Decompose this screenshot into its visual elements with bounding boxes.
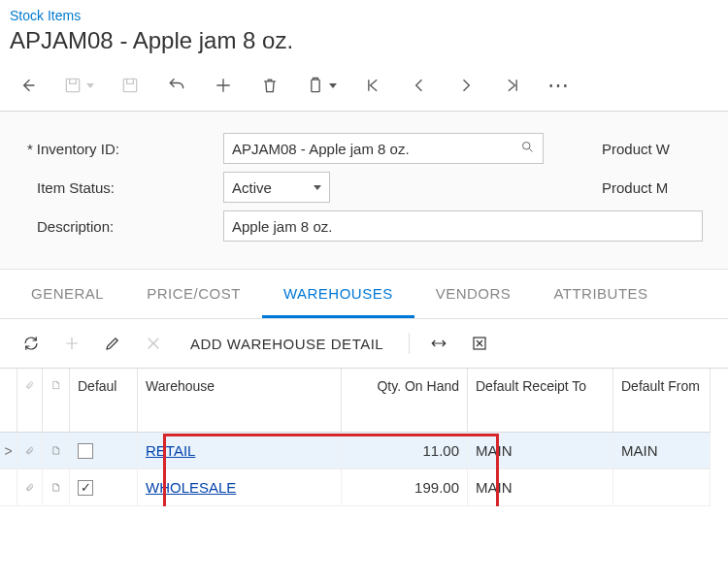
item-status-select[interactable]: Active: [223, 172, 330, 203]
save-close-button: [50, 70, 107, 101]
issue-from-cell: MAIN: [613, 433, 711, 469]
fit-columns-button[interactable]: [421, 329, 456, 358]
col-warehouse[interactable]: Warehouse: [138, 369, 342, 433]
svg-rect-5: [8, 385, 9, 386]
search-icon[interactable]: [520, 140, 535, 157]
issue-from-cell: [613, 469, 711, 506]
item-status-value: Active: [232, 179, 272, 196]
svg-rect-2: [312, 80, 319, 92]
export-excel-button[interactable]: [462, 329, 497, 358]
product-m-label: Product M: [544, 179, 668, 196]
col-default[interactable]: Defaul: [70, 369, 138, 433]
attachment-icon[interactable]: [17, 469, 43, 506]
svg-rect-1: [123, 79, 136, 91]
warehouse-grid: Defaul Warehouse Qty. On Hand Default Re…: [0, 368, 728, 506]
chevron-down-icon: [314, 185, 321, 190]
row-indicator: >: [0, 433, 17, 469]
page-title: APJAM08 - Apple jam 8 oz.: [10, 25, 718, 64]
nav-last-button[interactable]: [489, 70, 536, 101]
receipt-to-cell: MAIN: [468, 433, 613, 469]
qty-cell: 11.00: [342, 433, 468, 469]
grid-header-row: Defaul Warehouse Qty. On Hand Default Re…: [0, 369, 728, 433]
save-button: [107, 70, 153, 101]
attachment-icon[interactable]: [17, 433, 43, 469]
separator: [409, 333, 410, 354]
tab-warehouses[interactable]: WAREHOUSES: [262, 270, 414, 318]
grid-add-button: [54, 329, 89, 358]
col-default-issue-from[interactable]: Default From: [613, 369, 711, 433]
svg-rect-0: [66, 79, 79, 91]
note-icon[interactable]: [43, 469, 70, 506]
undo-button[interactable]: [153, 70, 200, 101]
grid-refresh-button[interactable]: [14, 329, 49, 358]
row-indicator: [0, 469, 17, 506]
back-button[interactable]: [4, 70, 50, 101]
svg-point-3: [523, 143, 531, 150]
warehouse-link[interactable]: RETAIL: [146, 442, 195, 459]
tab-bar: GENERAL PRICE/COST WAREHOUSES VENDORS AT…: [0, 270, 728, 319]
item-status-label: Item Status:: [0, 179, 223, 196]
col-default-receipt-to[interactable]: Default Receipt To: [468, 369, 613, 433]
inventory-id-label: *Inventory ID:: [0, 141, 223, 157]
more-actions-button[interactable]: ⋯: [536, 70, 582, 101]
description-label: Description:: [0, 218, 223, 235]
main-toolbar: ⋯: [0, 64, 728, 112]
grid-toolbar: ADD WAREHOUSE DETAIL: [0, 319, 728, 368]
nav-prev-button[interactable]: [396, 70, 443, 101]
form-panel: *Inventory ID: APJAM08 - Apple jam 8 oz.…: [0, 112, 728, 270]
tab-attributes[interactable]: ATTRIBUTES: [532, 270, 669, 318]
col-qty-on-hand[interactable]: Qty. On Hand: [342, 369, 468, 433]
col-save-icon: [0, 369, 17, 433]
tab-price-cost[interactable]: PRICE/COST: [125, 270, 262, 318]
table-row[interactable]: WHOLESALE 199.00 MAIN: [0, 469, 728, 506]
nav-first-button[interactable]: [349, 70, 396, 101]
grid-delete-button: [136, 329, 171, 358]
col-notes: [43, 369, 70, 433]
note-icon[interactable]: [43, 433, 70, 469]
nav-next-button[interactable]: [443, 70, 489, 101]
product-w-label: Product W: [544, 141, 670, 157]
add-warehouse-detail-button[interactable]: ADD WAREHOUSE DETAIL: [177, 336, 397, 352]
breadcrumb[interactable]: Stock Items: [10, 4, 718, 25]
inventory-id-value: APJAM08 - Apple jam 8 oz.: [232, 141, 410, 157]
qty-cell: 199.00: [342, 469, 468, 506]
col-attachments: [17, 369, 43, 433]
tab-vendors[interactable]: VENDORS: [414, 270, 533, 318]
inventory-id-selector[interactable]: APJAM08 - Apple jam 8 oz.: [223, 133, 544, 164]
default-checkbox[interactable]: [70, 469, 138, 506]
grid-edit-button[interactable]: [95, 329, 130, 358]
table-row[interactable]: > RETAIL 11.00 MAIN MAIN: [0, 433, 728, 469]
description-input[interactable]: Apple jam 8 oz.: [223, 210, 703, 242]
description-value: Apple jam 8 oz.: [232, 218, 332, 235]
add-button[interactable]: [200, 70, 247, 101]
default-checkbox[interactable]: [70, 433, 138, 469]
receipt-to-cell: MAIN: [468, 469, 613, 506]
warehouse-link[interactable]: WHOLESALE: [146, 479, 236, 496]
clipboard-button[interactable]: [293, 70, 349, 101]
delete-button[interactable]: [247, 70, 293, 101]
tab-general[interactable]: GENERAL: [10, 270, 125, 318]
